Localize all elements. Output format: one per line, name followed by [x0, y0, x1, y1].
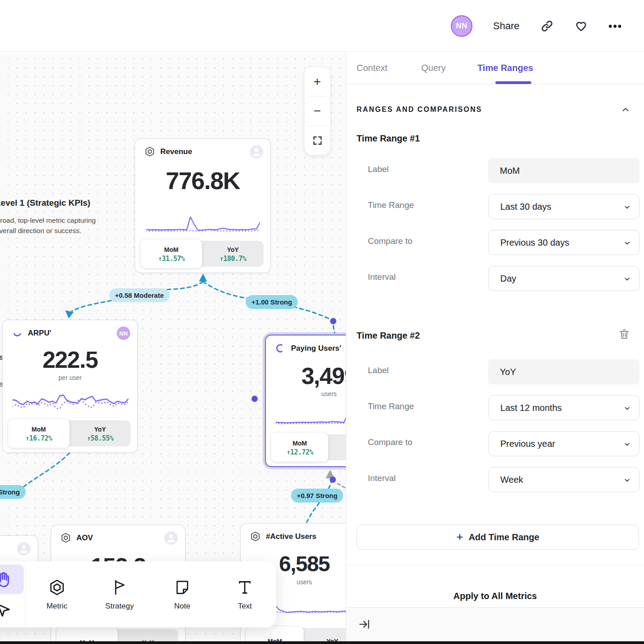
- tab-time-ranges[interactable]: Time Ranges: [477, 52, 533, 84]
- chevron-down-icon: [623, 239, 631, 247]
- tool-label: Text: [238, 602, 252, 611]
- select-value: Last 30 days: [500, 202, 551, 212]
- time-range-select[interactable]: Last 12 months: [488, 395, 640, 420]
- field-label: Compare to: [368, 236, 412, 246]
- field-label: Label: [368, 366, 389, 375]
- correlation-badge[interactable]: +0.58 Moderate: [109, 288, 170, 302]
- metric-value: 776.8K: [135, 167, 270, 194]
- apply-all-metrics-button[interactable]: Apply to All Metrics: [346, 585, 644, 607]
- active-tab-indicator: [495, 81, 531, 84]
- metric-unit: per user: [3, 374, 137, 381]
- tool-note[interactable]: Note: [151, 561, 214, 627]
- time-range-select[interactable]: Last 30 days: [488, 194, 640, 219]
- zoom-out-button[interactable]: −: [304, 97, 330, 125]
- trash-icon: [618, 327, 631, 341]
- toggle-mom[interactable]: MoM ↑12.72%: [271, 433, 328, 462]
- metric-unit: users: [266, 390, 346, 397]
- label-input[interactable]: [488, 359, 640, 384]
- bottom-edge-bar: [0, 641, 644, 644]
- plus-icon: +: [456, 530, 463, 544]
- cursor-icon: [0, 601, 12, 619]
- tool-strategy[interactable]: Strategy: [88, 561, 151, 627]
- user-avatar[interactable]: NN: [451, 15, 472, 37]
- tool-metric[interactable]: Metric: [26, 561, 88, 627]
- collapse-panel-icon: [358, 618, 370, 630]
- tab-context[interactable]: Context: [357, 52, 388, 84]
- toggle-value: ↑31.57%: [158, 255, 185, 263]
- field-label: Interval: [368, 473, 396, 483]
- interval-select[interactable]: Day: [488, 266, 640, 291]
- toggle-mom[interactable]: MoM ↑16.72%: [8, 419, 70, 448]
- field-label: Time Range: [368, 401, 414, 411]
- chevron-up-icon[interactable]: [621, 105, 631, 115]
- loading-arc-icon: [12, 327, 23, 339]
- time-range-1-title: Time Range #1: [357, 133, 420, 144]
- more-options-icon[interactable]: •••: [609, 20, 622, 32]
- metric-card-revenue[interactable]: Revenue 776.8K MoM ↑31.57% YoY ↑180.7%: [135, 138, 271, 273]
- link-icon[interactable]: [540, 19, 554, 33]
- correlation-badge[interactable]: +1.00 Strong: [246, 295, 298, 309]
- field-label: Compare to: [368, 437, 412, 447]
- delete-time-range-button[interactable]: [618, 327, 631, 341]
- toggle-label: MoM: [164, 246, 179, 253]
- toggle-label: MoM: [268, 638, 282, 641]
- tool-label: Note: [174, 602, 190, 611]
- correlation-badge[interactable]: 66 Strong: [0, 485, 26, 499]
- select-value: Day: [500, 273, 516, 284]
- toggle-yoy[interactable]: YoY ↑58.55%: [70, 420, 131, 446]
- favorite-heart-icon[interactable]: [574, 19, 588, 33]
- select-value: Last 12 months: [500, 403, 562, 413]
- loading-arc-icon: [275, 343, 286, 354]
- period-toggle: MoM ↑16.72% YoY ↑58.55%: [9, 420, 131, 446]
- metric-title: Revenue: [160, 147, 192, 156]
- zoom-in-button[interactable]: +: [304, 67, 330, 96]
- select-tool-button[interactable]: [0, 595, 24, 625]
- toggle-yoy[interactable]: [328, 434, 346, 460]
- collapse-panel-button[interactable]: [358, 618, 370, 630]
- toggle-yoy[interactable]: YoY ↑180.7%: [202, 241, 264, 267]
- toggle-yoy[interactable]: YoY: [304, 628, 346, 641]
- chevron-down-icon: [623, 203, 631, 211]
- interval-select[interactable]: Week: [488, 467, 640, 492]
- flag-icon: [110, 578, 128, 596]
- toggle-label: MoM: [31, 426, 46, 433]
- tab-query[interactable]: Query: [421, 52, 446, 84]
- correlation-badge[interactable]: +0.97 Strong: [291, 489, 343, 503]
- metric-card-arpu[interactable]: ARPU' NN 222.5 per user MoM ↑16.72% YoY …: [2, 320, 138, 453]
- select-value: Previous 30 days: [500, 238, 569, 248]
- toggle-mom[interactable]: MoM: [57, 628, 118, 641]
- metric-title: #Active Users: [266, 532, 316, 541]
- share-button[interactable]: Share: [493, 20, 520, 32]
- metric-card-paying-users[interactable]: Paying Users' 3,499 users MoM ↑12.72%: [265, 335, 346, 467]
- owner-avatar-icon: [17, 542, 31, 556]
- metric-title: Paying Users': [291, 344, 341, 353]
- metric-hexagon-icon: [144, 146, 155, 157]
- toggle-mom[interactable]: MoM ↑31.57%: [141, 239, 202, 268]
- tool-label: Strategy: [106, 602, 134, 611]
- compare-to-select[interactable]: Previous 30 days: [488, 230, 640, 255]
- compare-to-select[interactable]: Previous year: [488, 431, 640, 456]
- toggle-yoy[interactable]: YoY: [118, 629, 179, 641]
- label-input[interactable]: [488, 158, 640, 183]
- tool-text[interactable]: Text: [214, 561, 277, 627]
- canvas-toolbar: Metric Strategy Note: [0, 561, 276, 627]
- time-range-2-title: Time Range #2: [357, 331, 420, 341]
- field-label: Time Range: [368, 200, 414, 210]
- hand-tool-button[interactable]: [0, 565, 24, 594]
- level-annotation: Level 1 (Strategic KPIs) Broad, top-leve…: [0, 198, 112, 236]
- chevron-down-icon: [623, 405, 631, 412]
- toggle-value: ↑12.72%: [287, 448, 313, 456]
- section-header[interactable]: RANGES AND COMPARISONS: [357, 105, 631, 115]
- hand-icon: [0, 570, 12, 588]
- tool-label: Metric: [47, 602, 67, 611]
- toggle-mom[interactable]: MoM: [246, 626, 304, 641]
- fit-view-button[interactable]: [304, 126, 330, 155]
- app-header: NN Share •••: [0, 0, 644, 52]
- collaborator-badge: NN: [117, 326, 130, 340]
- toggle-value: ↑16.72%: [25, 434, 52, 442]
- field-label: Interval: [368, 272, 396, 282]
- add-time-range-button[interactable]: + Add Time Range: [357, 525, 639, 550]
- owner-avatar-icon: [164, 531, 178, 545]
- level-title: Level 1 (Strategic KPIs): [0, 198, 112, 208]
- metric-tree-canvas[interactable]: +0.58 Moderate +1.00 Strong 66 Strong +0…: [0, 52, 346, 641]
